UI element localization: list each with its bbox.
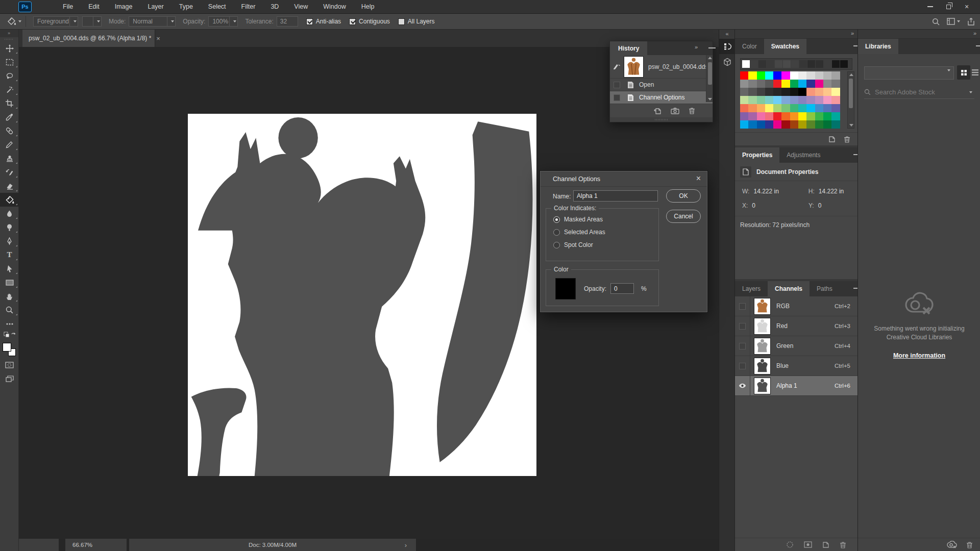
new-snapshot-icon[interactable] bbox=[671, 108, 679, 114]
tab-swatches[interactable]: Swatches bbox=[764, 39, 806, 54]
color-swatch[interactable] bbox=[806, 88, 815, 96]
menu-view[interactable]: View bbox=[286, 0, 315, 13]
color-swatch[interactable] bbox=[806, 104, 815, 112]
menu-select[interactable]: Select bbox=[201, 0, 234, 13]
new-channel-icon[interactable] bbox=[822, 541, 829, 548]
dodge-tool[interactable] bbox=[0, 220, 19, 234]
color-swatch[interactable] bbox=[773, 112, 781, 120]
3d-panel-dock-icon[interactable] bbox=[719, 54, 736, 69]
tab-channels[interactable]: Channels bbox=[768, 281, 810, 296]
history-resize-grip[interactable] bbox=[610, 117, 713, 122]
tab-close-icon[interactable]: × bbox=[156, 35, 160, 42]
channel-name-input[interactable]: Alpha 1 bbox=[573, 190, 658, 202]
opacity-select[interactable]: 100% bbox=[208, 16, 238, 27]
color-swatch[interactable] bbox=[781, 112, 790, 120]
color-swatch[interactable] bbox=[773, 88, 781, 96]
pencil-tool[interactable] bbox=[0, 138, 19, 152]
visibility-toggle[interactable] bbox=[735, 336, 750, 356]
color-swatch[interactable] bbox=[740, 120, 748, 129]
eraser-tool[interactable] bbox=[0, 179, 19, 193]
color-swatch[interactable] bbox=[806, 80, 815, 88]
color-swatch[interactable] bbox=[815, 104, 823, 112]
search-icon[interactable] bbox=[932, 18, 940, 26]
color-swatch[interactable] bbox=[757, 104, 765, 112]
foreground-color-swatch[interactable] bbox=[3, 343, 11, 352]
tab-paths[interactable]: Paths bbox=[810, 281, 840, 296]
delete-swatch-icon[interactable] bbox=[844, 136, 850, 143]
color-swatch[interactable] bbox=[831, 96, 840, 104]
dialog-title-bar[interactable]: Channel Options × bbox=[541, 171, 707, 187]
color-swatch[interactable] bbox=[781, 96, 790, 104]
tab-color[interactable]: Color bbox=[735, 39, 764, 54]
color-swatch[interactable] bbox=[831, 80, 840, 88]
ok-button[interactable]: OK bbox=[666, 189, 701, 203]
menu-help[interactable]: Help bbox=[354, 0, 382, 13]
all-layers-checkbox[interactable]: All Layers bbox=[398, 18, 435, 25]
channel-row-blue[interactable]: Blue Ctrl+5 bbox=[735, 356, 857, 376]
color-swatch[interactable] bbox=[815, 120, 823, 129]
history-brush-source-icon[interactable] bbox=[612, 63, 621, 70]
fill-source-select[interactable]: Foreground bbox=[33, 16, 78, 27]
color-swatch[interactable] bbox=[781, 80, 790, 88]
color-swatch[interactable] bbox=[806, 96, 815, 104]
color-swatch[interactable] bbox=[781, 120, 790, 129]
color-swatch[interactable] bbox=[831, 112, 840, 120]
color-swatch[interactable] bbox=[748, 112, 756, 120]
color-swatch[interactable] bbox=[790, 80, 798, 88]
toolbar-grip[interactable] bbox=[0, 37, 18, 41]
color-swatch[interactable] bbox=[798, 80, 806, 88]
color-swatch[interactable] bbox=[758, 60, 766, 68]
color-swatch[interactable] bbox=[790, 120, 798, 129]
type-tool[interactable]: T bbox=[0, 248, 19, 262]
visibility-toggle[interactable] bbox=[735, 376, 750, 395]
color-swatch[interactable] bbox=[824, 60, 831, 68]
zoom-level-field[interactable]: 66.67% bbox=[65, 539, 128, 551]
tool-preset-picker[interactable] bbox=[6, 16, 26, 27]
color-swatch[interactable] bbox=[798, 112, 806, 120]
canvas[interactable] bbox=[188, 114, 536, 476]
list-view-button[interactable] bbox=[968, 65, 980, 80]
more-information-link[interactable]: More information bbox=[893, 352, 945, 359]
edit-toolbar-button[interactable] bbox=[0, 317, 19, 331]
new-document-from-state-icon[interactable] bbox=[653, 107, 662, 114]
color-swatch[interactable] bbox=[790, 71, 798, 80]
color-swatch[interactable] bbox=[740, 96, 748, 104]
tab-properties[interactable]: Properties bbox=[735, 147, 779, 163]
color-swatch[interactable] bbox=[823, 88, 831, 96]
contiguous-checkbox[interactable]: Contiguous bbox=[349, 18, 390, 25]
color-swatch[interactable] bbox=[750, 60, 758, 68]
document-tab[interactable]: psw_02_ub_0004.dds @ 66.7% (Alpha 1/8) *… bbox=[22, 30, 155, 47]
screen-mode-button[interactable] bbox=[0, 372, 19, 386]
radio-spot-color[interactable]: Spot Color bbox=[553, 241, 658, 248]
color-swatch[interactable] bbox=[823, 96, 831, 104]
zoom-tool[interactable] bbox=[0, 303, 19, 317]
color-swatch[interactable] bbox=[806, 112, 815, 120]
color-swatch[interactable] bbox=[765, 104, 773, 112]
tab-libraries[interactable]: Libraries bbox=[858, 39, 898, 54]
panel-collapse-icon[interactable]: » bbox=[695, 44, 697, 50]
color-swatch[interactable] bbox=[790, 88, 798, 96]
toolbar-expand-icon[interactable]: » bbox=[0, 30, 18, 37]
library-search-input[interactable]: Search Adobe Stock bbox=[864, 86, 974, 99]
color-swatch[interactable] bbox=[757, 120, 765, 129]
color-swatch[interactable] bbox=[815, 80, 823, 88]
color-swatch[interactable] bbox=[757, 112, 765, 120]
color-swatch[interactable] bbox=[823, 120, 831, 129]
color-swatch[interactable] bbox=[790, 112, 798, 120]
color-swatch[interactable] bbox=[748, 80, 756, 88]
channel-opacity-input[interactable]: 0 bbox=[610, 283, 634, 294]
color-swatch[interactable] bbox=[806, 120, 815, 129]
color-swatch[interactable] bbox=[798, 104, 806, 112]
history-brush-tool[interactable] bbox=[0, 165, 19, 179]
rectangular-marquee-tool[interactable] bbox=[0, 55, 19, 69]
color-swatch[interactable] bbox=[781, 104, 790, 112]
color-swatch[interactable] bbox=[740, 104, 748, 112]
pen-tool[interactable] bbox=[0, 234, 19, 248]
color-swatch[interactable] bbox=[815, 112, 823, 120]
color-swatch[interactable] bbox=[748, 71, 756, 80]
close-button[interactable]: × bbox=[958, 0, 976, 13]
rectangle-tool[interactable] bbox=[0, 276, 19, 289]
pattern-picker-select[interactable] bbox=[82, 16, 102, 27]
blur-tool[interactable] bbox=[0, 207, 19, 220]
expand-panels-icon[interactable]: « bbox=[719, 30, 734, 39]
